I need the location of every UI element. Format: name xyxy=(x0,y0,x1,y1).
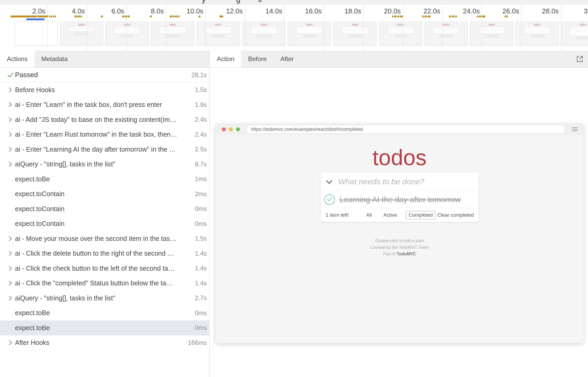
chevron-right-icon[interactable] xyxy=(7,281,15,285)
chevron-right-icon[interactable] xyxy=(7,88,15,92)
todo-toggle-checked-icon[interactable] xyxy=(324,194,335,205)
film-strip-thumbnail[interactable]: todos xyxy=(242,22,285,45)
new-todo-input[interactable]: What needs to be done? xyxy=(338,177,424,186)
detail-tabbar: Action Before After xyxy=(210,51,588,68)
timeline-gridline xyxy=(284,4,285,51)
film-strip-thumbnail[interactable]: todos xyxy=(60,22,103,45)
todo-item-label[interactable]: Learning AI the day after tomorrow xyxy=(340,195,461,204)
film-strip-thumbnail[interactable]: todos xyxy=(334,22,376,45)
timeline-action-mark xyxy=(424,16,427,17)
timeline-action-mark xyxy=(422,16,424,17)
action-row[interactable]: expect.toBe1ms xyxy=(0,172,210,187)
timeline-action-mark xyxy=(128,16,130,17)
trace-viewer: ygil 3 2.0s4.0s6.0s8.0s10.0s12.0s14.0s16… xyxy=(0,0,588,377)
chevron-right-icon[interactable] xyxy=(7,148,15,151)
film-strip-thumbnail[interactable]: todos xyxy=(470,22,513,45)
film-strip-thumbnail[interactable]: todos xyxy=(106,22,149,45)
todo-page: todos What needs to be done? Learning AI… xyxy=(215,135,584,343)
thumbnail-todos-title: todos xyxy=(106,23,148,26)
traffic-light-yellow-icon xyxy=(229,127,233,131)
timeline-tick-label: 22.0s xyxy=(414,7,440,15)
action-label: ai - Add "JS today" to base on the exist… xyxy=(15,116,192,123)
open-snapshot-external-icon[interactable] xyxy=(576,55,584,63)
tab-actions[interactable]: Actions xyxy=(0,51,35,67)
action-row[interactable]: ai - Add "JS today" to base on the exist… xyxy=(0,112,210,127)
thumbnail-todos-title: todos xyxy=(334,23,376,26)
action-duration: 1ms xyxy=(195,175,207,183)
timeline[interactable]: 3 2.0s4.0s6.0s8.0s10.0s12.0s14.0s16.0s18… xyxy=(0,4,588,51)
timeline-action-mark xyxy=(122,16,124,17)
chevron-right-icon[interactable] xyxy=(7,341,15,344)
chevron-right-icon[interactable] xyxy=(7,103,15,106)
action-label: ai - Enter "Learn" in the task box, don'… xyxy=(15,101,192,108)
action-row[interactable]: expect.toBe0ms xyxy=(0,306,210,321)
clear-completed-button[interactable]: Clear completed xyxy=(437,212,474,218)
action-row[interactable]: ai - Enter "Learn" in the task box, don'… xyxy=(0,97,210,112)
action-label: expect.toBe xyxy=(15,175,192,183)
action-row[interactable]: ai - Click the "completed" Status button… xyxy=(0,276,210,291)
action-row[interactable]: ai - Enter "Learn Rust tomorrow" in the … xyxy=(0,127,210,142)
action-row[interactable]: aiQuery - "string[], tasks in the list"2… xyxy=(0,291,210,306)
action-row[interactable]: ai - Click the delete button to the righ… xyxy=(0,246,210,261)
chevron-right-icon[interactable] xyxy=(7,133,15,136)
chevron-right-icon[interactable] xyxy=(7,252,15,255)
todo-footer: 1 item left! All Active Completed Clear … xyxy=(321,208,479,222)
filter-group: All Active Completed xyxy=(364,211,435,219)
action-row[interactable]: expect.toBe0ms xyxy=(0,320,210,335)
chevron-right-icon[interactable] xyxy=(7,162,15,166)
film-strip-thumbnail[interactable] xyxy=(14,22,57,45)
browser-chrome: https://todomvc.com/examples/react/dist/… xyxy=(215,124,584,135)
action-row[interactable]: ai - Enter "Learning AI the day after to… xyxy=(0,142,210,157)
tab-metadata[interactable]: Metadata xyxy=(35,51,75,67)
action-row[interactable]: expect.toContain0ms xyxy=(0,201,210,216)
filter-active[interactable]: Active xyxy=(381,211,400,219)
items-left-count: 1 item left! xyxy=(326,212,349,218)
film-strip-thumbnail[interactable]: todos xyxy=(379,22,422,45)
address-bar[interactable]: https://todomvc.com/examples/react/dist/… xyxy=(246,125,565,133)
action-row[interactable]: expect.toContain2ms xyxy=(0,187,210,202)
filter-completed[interactable]: Completed xyxy=(406,211,435,219)
timeline-gridline xyxy=(245,4,245,51)
action-duration: 1.4s xyxy=(195,250,207,257)
action-row[interactable]: expect.toContain0ms xyxy=(0,216,210,231)
tab-before[interactable]: Before xyxy=(241,51,274,67)
timeline-tick-label: 28.0s xyxy=(532,7,559,15)
timeline-action-mark xyxy=(11,16,37,17)
action-row[interactable]: aiQuery - "string[], tasks in the list"8… xyxy=(0,157,210,172)
film-strip-thumbnail[interactable]: todos xyxy=(516,22,559,45)
tab-after[interactable]: After xyxy=(273,51,301,67)
action-label: ai - Click the delete button to the righ… xyxy=(15,250,192,257)
chevron-right-icon[interactable] xyxy=(7,267,15,270)
film-strip-thumbnail[interactable]: todos xyxy=(288,22,331,45)
timeline-gridline xyxy=(482,4,482,51)
action-row[interactable]: ai - Click the check button to the left … xyxy=(0,261,210,276)
timeline-action-mark xyxy=(55,16,56,17)
film-strip-thumbnail[interactable]: todos xyxy=(561,22,588,45)
tab-action[interactable]: Action xyxy=(210,51,241,67)
action-duration: 8.7s xyxy=(195,161,207,168)
thumbnail-todos-title: todos xyxy=(562,23,588,26)
thumbnail-todos-title: todos xyxy=(243,23,285,26)
timeline-action-mark xyxy=(51,16,52,17)
action-row[interactable]: After Hooks166ms xyxy=(0,335,210,350)
action-label: expect.toContain xyxy=(15,205,192,213)
action-row[interactable]: ai - Move your mouse over the second ite… xyxy=(0,231,210,246)
film-strip-thumbnail[interactable]: todos xyxy=(197,22,240,45)
browser-snapshot: https://todomvc.com/examples/react/dist/… xyxy=(215,124,584,343)
thumbnail-todos-title: todos xyxy=(151,23,194,26)
film-strip-thumbnail[interactable]: todos xyxy=(425,22,468,45)
left-panel-bottom-divider xyxy=(0,325,210,326)
action-row[interactable]: Before Hooks1.5s xyxy=(0,82,210,97)
chevron-right-icon[interactable] xyxy=(7,118,15,121)
chevron-right-icon[interactable] xyxy=(7,296,15,300)
timeline-action-mark xyxy=(394,16,397,17)
test-status-row[interactable]: Passed28.1s xyxy=(0,68,210,82)
filter-all[interactable]: All xyxy=(364,211,374,219)
film-strip-thumbnail[interactable]: todos xyxy=(151,22,194,45)
chevron-right-icon[interactable] xyxy=(7,237,15,240)
detail-panel: Action Before After https://todomvc.com/… xyxy=(210,51,588,377)
timeline-tick-label: 14.0s xyxy=(256,7,282,15)
action-label: expect.toContain xyxy=(15,190,192,198)
toggle-all-chevron-down-icon[interactable] xyxy=(326,178,332,184)
timeline-tick-label: 3 xyxy=(584,7,587,15)
